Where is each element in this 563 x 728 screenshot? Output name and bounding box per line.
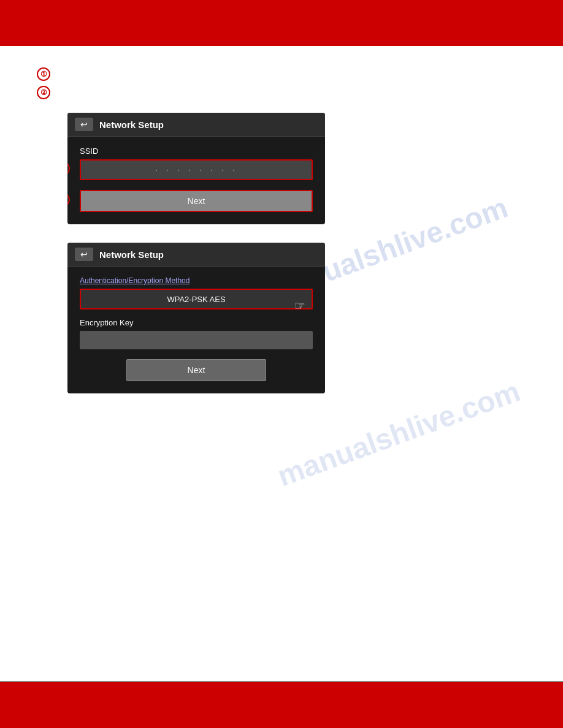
step2-badge: ② <box>37 86 50 99</box>
step1-badge: ① <box>37 67 50 81</box>
device-screen-2-header: ↩ Network Setup <box>67 243 325 267</box>
overlay-badge-2: ② <box>67 193 70 209</box>
ssid-input-row: ① · · · · · · · · <box>80 159 313 180</box>
back-arrow-icon-2: ↩ <box>80 249 88 259</box>
device-screen-1-header: ↩ Network Setup <box>67 113 325 137</box>
auth-label: Authentication/Encryption Method <box>80 276 313 285</box>
step2-row: ② <box>37 86 532 102</box>
device-screen-1: ↩ Network Setup SSID ① · · · · · · · · ② <box>67 113 325 224</box>
content-area: ① ② ↩ Network Setup SSID ① · · · · · · ·… <box>0 55 563 673</box>
enc-key-label: Encryption Key <box>80 318 313 327</box>
back-arrow-icon-1: ↩ <box>80 119 88 129</box>
step1-row: ① <box>37 67 532 83</box>
header-bar <box>0 0 563 46</box>
device-screen-2-body: Authentication/Encryption Method WPA2-PS… <box>67 267 325 393</box>
footer-bar <box>0 682 563 728</box>
circle-2: ② <box>67 193 70 207</box>
next-btn-row-1: ② Next <box>80 190 313 212</box>
auth-select-box[interactable]: WPA2-PSK AES ☞ <box>80 289 313 309</box>
ssid-input-box[interactable]: · · · · · · · · <box>80 159 313 180</box>
circle-1: ① <box>67 162 70 175</box>
ssid-dots: · · · · · · · · <box>155 164 237 176</box>
device-screen-1-title: Network Setup <box>99 119 164 130</box>
footer-line <box>0 681 563 682</box>
device-screen-2: ↩ Network Setup Authentication/Encryptio… <box>67 243 325 393</box>
back-button-1[interactable]: ↩ <box>75 118 93 131</box>
enc-key-box[interactable] <box>80 331 313 349</box>
auth-value: WPA2-PSK AES <box>167 295 225 304</box>
cursor-icon: ☞ <box>294 298 305 313</box>
ssid-label: SSID <box>80 146 313 156</box>
next-button-1[interactable]: Next <box>80 190 313 212</box>
device-screen-2-title: Network Setup <box>99 249 164 260</box>
overlay-badge-1: ① <box>67 162 70 178</box>
next-button-2[interactable]: Next <box>126 359 266 381</box>
back-button-2[interactable]: ↩ <box>75 248 93 261</box>
next-button-1-label: Next <box>188 196 205 206</box>
device-screen-1-body: SSID ① · · · · · · · · ② Next <box>67 137 325 224</box>
steps-container: ① ② <box>37 67 532 102</box>
next-button-2-label: Next <box>188 365 205 375</box>
